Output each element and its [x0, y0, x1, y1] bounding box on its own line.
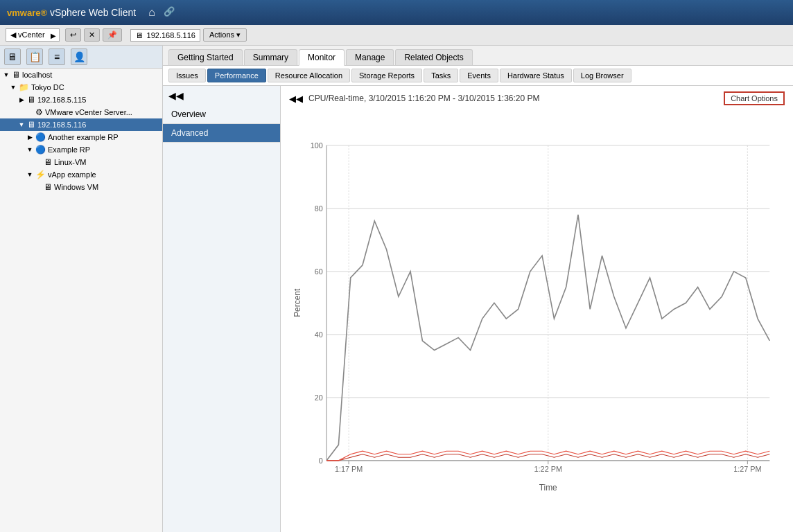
- tab-resource-allocation[interactable]: Resource Allocation: [268, 69, 350, 82]
- tree-label-vapp-example: vApp example: [48, 170, 96, 179]
- tab-getting-started[interactable]: Getting Started: [168, 49, 243, 65]
- tree-label-example-rp: Example RP: [48, 145, 90, 154]
- actions-button[interactable]: Actions ▾: [203, 28, 247, 42]
- chart-area: ◀◀ CPU/Real-time, 3/10/2015 1:16:20 PM -…: [281, 86, 793, 532]
- chart-svg-container: 0 20 40 60 80 100 1:17 PM 1:22 PM 1:27 P…: [289, 111, 785, 525]
- sidebar-item-vmware-vcenter-server[interactable]: ⚙VMware vCenter Server...: [0, 106, 162, 118]
- vm-text: vm: [7, 8, 20, 18]
- ware-text: ware®: [20, 8, 47, 18]
- svg-text:60: 60: [315, 267, 323, 276]
- chart-title: CPU/Real-time, 3/10/2015 1:16:20 PM - 3/…: [308, 94, 718, 103]
- sidebar-item-another-example-rp[interactable]: ▶🔵Another example RP: [0, 131, 162, 143]
- sidebar-item-example-rp[interactable]: ▼🔵Example RP: [0, 143, 162, 156]
- tab-related-objects[interactable]: Related Objects: [395, 49, 472, 65]
- sidebar-item-vapp-example[interactable]: ▼⚡vApp example: [0, 168, 162, 181]
- link-icon[interactable]: 🔗: [164, 6, 175, 19]
- tree-toggle-another-example-rp[interactable]: ▶: [26, 134, 33, 141]
- tree-label-192-168-5-116: 192.168.5.116: [37, 121, 86, 129]
- svg-text:40: 40: [315, 330, 323, 339]
- tree-icon-192-168-5-116: 🖥: [27, 120, 35, 130]
- left-nav: ◀◀OverviewAdvanced: [163, 86, 281, 532]
- address-bar: 🖥 192.168.5.116: [130, 29, 200, 42]
- tree-icon-windows-vm: 🖥: [44, 182, 52, 192]
- tree-container: ▼🖥localhost▼📁Tokyo DC▶🖥192.168.5.115⚙VMw…: [0, 69, 162, 193]
- tab-manage[interactable]: Manage: [346, 49, 394, 65]
- tree-label-another-example-rp: Another example RP: [48, 133, 119, 141]
- tree-label-vmware-vcenter-server: VMware vCenter Server...: [45, 108, 132, 116]
- tree-label-windows-vm: Windows VM: [54, 183, 98, 191]
- sidebar-item-windows-vm[interactable]: 🖥Windows VM: [0, 181, 162, 193]
- sidebar: 🖥 📋 ≡ 👤 ▼🖥localhost▼📁Tokyo DC▶🖥192.168.5…: [0, 46, 163, 532]
- svg-text:1:22 PM: 1:22 PM: [534, 465, 562, 473]
- close-btn[interactable]: ✕: [84, 28, 100, 42]
- breadcrumb-label: ◀ vCenter: [10, 30, 45, 39]
- tab-storage-reports[interactable]: Storage Reports: [351, 69, 422, 82]
- chart-options-button[interactable]: Chart Options: [724, 91, 785, 105]
- tab-events[interactable]: Events: [460, 69, 498, 82]
- sidebar-item-tokyo-dc[interactable]: ▼📁Tokyo DC: [0, 81, 162, 94]
- content-area: Getting StartedSummaryMonitorManageRelat…: [163, 46, 793, 532]
- tree-label-linux-vm: Linux-VM: [54, 158, 86, 166]
- tab-log-browser[interactable]: Log Browser: [573, 69, 631, 82]
- tab-performance[interactable]: Performance: [207, 69, 266, 82]
- svg-text:80: 80: [315, 204, 323, 213]
- tree-toggle-tokyo-dc[interactable]: ▼: [10, 84, 17, 91]
- left-nav-advanced[interactable]: Advanced: [163, 124, 280, 143]
- tree-icon-vapp-example: ⚡: [35, 170, 46, 179]
- main-layout: 🖥 📋 ≡ 👤 ▼🖥localhost▼📁Tokyo DC▶🖥192.168.5…: [0, 46, 793, 532]
- tree-icon-192-168-5-115: 🖥: [27, 95, 35, 105]
- tree-toggle-example-rp[interactable]: ▼: [26, 146, 33, 153]
- svg-text:100: 100: [311, 141, 323, 150]
- svg-text:Time: Time: [539, 483, 557, 493]
- sidebar-item-linux-vm[interactable]: 🖥Linux-VM: [0, 156, 162, 168]
- tree-icon-vmware-vcenter-server: ⚙: [35, 107, 43, 117]
- nav-back-btn[interactable]: ◀◀: [163, 86, 189, 105]
- tab-tasks[interactable]: Tasks: [424, 69, 458, 82]
- left-nav-overview[interactable]: Overview: [163, 105, 280, 124]
- vcenter-breadcrumb[interactable]: ◀ vCenter ▶: [6, 28, 60, 42]
- sidebar-icon-menu[interactable]: ≡: [49, 48, 65, 65]
- address-icon: 🖥: [135, 31, 143, 39]
- sidebar-icon-user[interactable]: 👤: [71, 48, 87, 65]
- tree-toggle-192-168-5-115[interactable]: ▶: [18, 96, 25, 103]
- tree-icon-linux-vm: 🖥: [44, 157, 52, 167]
- tab-hardware-status[interactable]: Hardware Status: [500, 69, 572, 82]
- chart-panel: ◀◀OverviewAdvanced ◀◀ CPU/Real-time, 3/1…: [163, 86, 793, 532]
- sidebar-item-192-168-5-116[interactable]: ▼🖥192.168.5.116: [0, 118, 162, 131]
- tree-toggle-vapp-example[interactable]: ▼: [26, 171, 33, 178]
- tree-toggle-localhost[interactable]: ▼: [3, 71, 10, 78]
- tab-monitor[interactable]: Monitor: [299, 49, 345, 66]
- top-navbar: vmware® vSphere Web Client ⌂ 🔗: [0, 0, 793, 25]
- tabs-row2: IssuesPerformanceResource AllocationStor…: [163, 66, 793, 86]
- sidebar-item-192-168-5-115[interactable]: ▶🖥192.168.5.115: [0, 94, 162, 106]
- home-icon[interactable]: ⌂: [148, 6, 155, 19]
- sidebar-item-localhost[interactable]: ▼🖥localhost: [0, 69, 162, 81]
- tree-icon-another-example-rp: 🔵: [35, 132, 46, 142]
- tree-icon-example-rp: 🔵: [35, 145, 46, 154]
- second-toolbar: ◀ vCenter ▶ ↩ ✕ 📌 🖥 192.168.5.116 Action…: [0, 25, 793, 46]
- sidebar-icon-monitor[interactable]: 🖥: [4, 48, 21, 65]
- tree-label-tokyo-dc: Tokyo DC: [31, 83, 64, 91]
- back-btn[interactable]: ↩: [65, 28, 81, 42]
- sidebar-icon-list[interactable]: 📋: [26, 48, 43, 65]
- svg-text:Percent: Percent: [293, 288, 302, 317]
- tree-label-localhost: localhost: [22, 71, 52, 79]
- nav-icons: ⌂ 🔗: [148, 6, 175, 19]
- tab-summary[interactable]: Summary: [244, 49, 297, 65]
- tree-toggle-192-168-5-116[interactable]: ▼: [18, 121, 25, 128]
- chart-header: ◀◀ CPU/Real-time, 3/10/2015 1:16:20 PM -…: [289, 91, 785, 105]
- address-ip: 192.168.5.116: [147, 31, 195, 39]
- vmware-logo: vmware® vSphere Web Client: [7, 7, 136, 18]
- svg-text:1:17 PM: 1:17 PM: [335, 465, 363, 473]
- svg-text:20: 20: [315, 393, 323, 402]
- tree-label-192-168-5-115: 192.168.5.115: [37, 96, 86, 104]
- tabs-row1: Getting StartedSummaryMonitorManageRelat…: [163, 46, 793, 66]
- chart-back-icon[interactable]: ◀◀: [289, 94, 303, 104]
- svg-text:1:27 PM: 1:27 PM: [733, 465, 761, 473]
- product-text: vSphere Web Client: [47, 7, 136, 18]
- pin-btn[interactable]: 📌: [103, 28, 122, 42]
- tree-icon-localhost: 🖥: [12, 70, 20, 80]
- svg-text:0: 0: [319, 456, 323, 465]
- tree-icon-tokyo-dc: 📁: [19, 82, 29, 92]
- tab-issues[interactable]: Issues: [168, 69, 206, 82]
